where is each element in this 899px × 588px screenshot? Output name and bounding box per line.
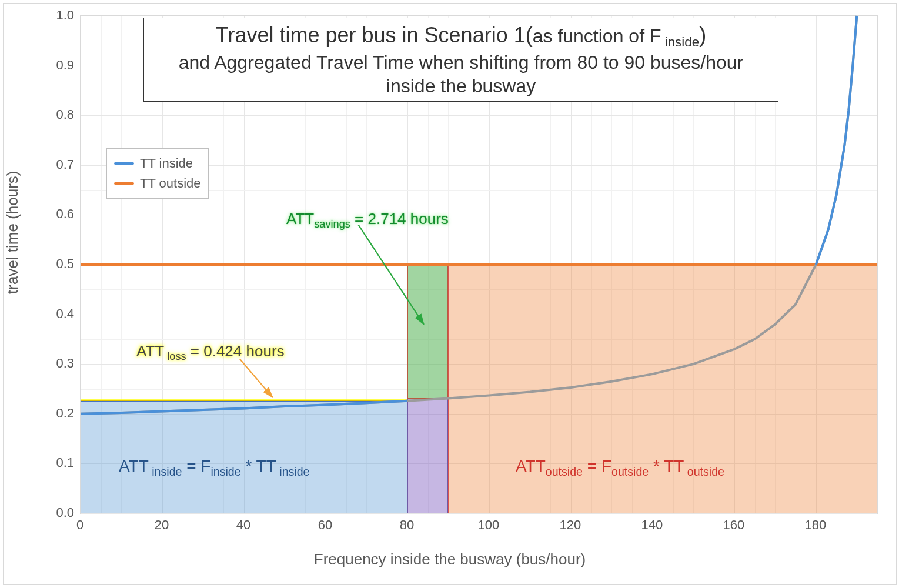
annotation-att-inside: ATT inside = Finside * TT inside bbox=[119, 457, 309, 479]
annotation-att-outside: ATToutside = Foutside * TT outside bbox=[516, 457, 724, 479]
y-tick: 0.4 bbox=[45, 306, 74, 322]
legend-swatch-outside bbox=[114, 182, 134, 185]
x-tick: 20 bbox=[155, 517, 169, 533]
chart-legend: TT inside TT outside bbox=[106, 148, 209, 199]
y-axis-label: travel time (hours) bbox=[4, 171, 22, 295]
arrow-loss bbox=[240, 359, 273, 397]
legend-item-tt-outside: TT outside bbox=[114, 173, 201, 193]
x-tick: 100 bbox=[478, 517, 500, 533]
annotation-savings: ATTsavings = 2.714 hours bbox=[286, 210, 449, 230]
legend-label: TT inside bbox=[140, 156, 193, 171]
chart-container: travel time (hours) Frequency inside the… bbox=[3, 3, 897, 585]
chart-title: Travel time per bus in Scenario 1(as fun… bbox=[143, 18, 778, 102]
y-tick: 0.3 bbox=[45, 356, 74, 371]
region-att_shift_inside bbox=[407, 399, 448, 513]
y-tick: 0.8 bbox=[45, 107, 74, 122]
y-tick: 0.6 bbox=[45, 206, 74, 222]
x-tick: 180 bbox=[804, 517, 826, 533]
x-tick: 120 bbox=[559, 517, 581, 533]
legend-label: TT outside bbox=[140, 176, 201, 191]
y-tick: 0.7 bbox=[45, 157, 74, 172]
x-tick: 0 bbox=[76, 517, 83, 533]
x-tick: 60 bbox=[318, 517, 332, 533]
y-tick: 0.0 bbox=[45, 505, 74, 520]
legend-swatch-inside bbox=[114, 162, 134, 165]
y-tick: 0.5 bbox=[45, 256, 74, 272]
annotation-loss: ATT loss = 0.424 hours bbox=[136, 342, 285, 363]
region-att_loss bbox=[81, 399, 407, 401]
plot-area: Travel time per bus in Scenario 1(as fun… bbox=[80, 15, 878, 514]
y-tick: 0.2 bbox=[45, 406, 74, 421]
x-tick: 160 bbox=[723, 517, 744, 533]
x-tick: 80 bbox=[400, 517, 414, 533]
y-tick: 1.0 bbox=[45, 8, 74, 23]
x-tick: 40 bbox=[236, 517, 250, 533]
x-axis-label: Frequency inside the busway (bus/hour) bbox=[4, 550, 896, 569]
legend-item-tt-inside: TT inside bbox=[114, 153, 201, 173]
x-tick: 140 bbox=[641, 517, 663, 533]
y-tick: 0.1 bbox=[45, 455, 74, 470]
y-tick: 0.9 bbox=[45, 58, 74, 73]
region-att_savings bbox=[407, 265, 448, 399]
